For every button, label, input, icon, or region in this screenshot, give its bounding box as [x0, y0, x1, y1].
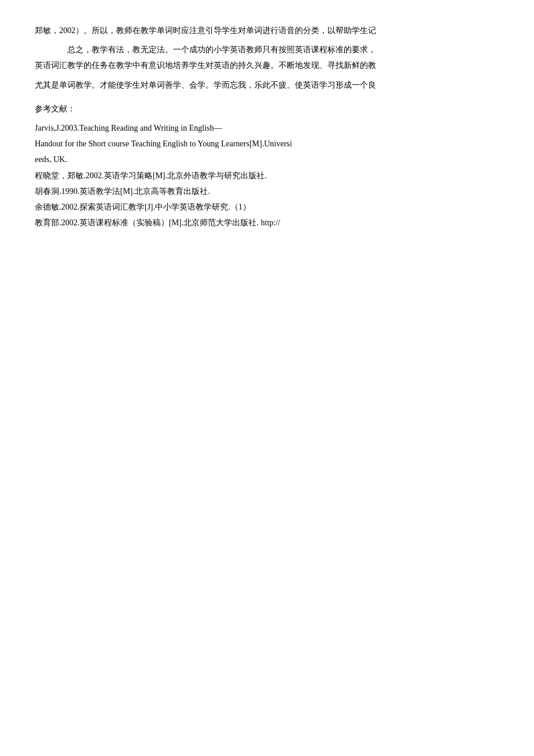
ref1-line1-text: Jarvis,J.2003.Teaching Reading and Writi… [35, 124, 222, 132]
ref4: 余德敏.2002.探索英语词汇教学[J].中小学英语教学研究.（1） [35, 200, 499, 214]
paragraph-1: 郑敏，2002）。所以，教师在教学单词时应注意引导学生对单词进行语音的分类，以帮… [35, 23, 499, 38]
ref5: 教育部.2002.英语课程标准（实验稿）[M].北京师范大学出版社. http:… [35, 215, 499, 230]
references-title: 参考文献： [35, 102, 499, 116]
para1-text: 郑敏，2002）。所以，教师在教学单词时应注意引导学生对单词进行语音的分类，以帮… [35, 26, 376, 35]
para4-text: 尤其是单词教学。才能使学生对单词善学、会学。学而忘我，乐此不疲。使英语学习形成一… [35, 81, 376, 89]
page-content: 郑敏，2002）。所以，教师在教学单词时应注意引导学生对单词进行语音的分类，以帮… [0, 0, 534, 254]
references-section: 参考文献： Jarvis,J.2003.Teaching Reading and… [35, 102, 499, 231]
ref3-text: 胡春洞.1990.英语教学法[M].北京高等教育出版社. [35, 187, 210, 196]
references-title-text: 参考文献： [35, 105, 75, 113]
ref1-line2-text: Handout for the Short course Teaching En… [35, 139, 292, 148]
ref2-text: 程晓堂，郑敏.2002.英语学习策略[M].北京外语教学与研究出版社. [35, 171, 267, 180]
ref4-text: 余德敏.2002.探索英语词汇教学[J].中小学英语教学研究.（1） [35, 203, 251, 211]
ref2: 程晓堂，郑敏.2002.英语学习策略[M].北京外语教学与研究出版社. [35, 168, 499, 183]
para2-text: 总之，教学有法，教无定法。一个成功的小学英语教师只有按照英语课程标准的要求， [67, 45, 376, 54]
ref3: 胡春洞.1990.英语教学法[M].北京高等教育出版社. [35, 184, 499, 199]
ref1-line3-text: eeds, UK. [35, 155, 67, 164]
paragraph-2: 总之，教学有法，教无定法。一个成功的小学英语教师只有按照英语课程标准的要求， [35, 42, 499, 57]
ref5-text: 教育部.2002.英语课程标准（实验稿）[M].北京师范大学出版社. http:… [35, 218, 280, 227]
ref1-line3: eeds, UK. [35, 152, 499, 167]
para3-text: 英语词汇教学的任务在教学中有意识地培养学生对英语的持久兴趣。不断地发现、寻找新鲜… [35, 61, 376, 70]
ref1-line2: Handout for the Short course Teaching En… [35, 136, 499, 151]
paragraph-4: 尤其是单词教学。才能使学生对单词善学、会学。学而忘我，乐此不疲。使英语学习形成一… [35, 78, 499, 92]
paragraph-3: 英语词汇教学的任务在教学中有意识地培养学生对英语的持久兴趣。不断地发现、寻找新鲜… [35, 58, 499, 73]
ref1-line1: Jarvis,J.2003.Teaching Reading and Writi… [35, 121, 499, 135]
